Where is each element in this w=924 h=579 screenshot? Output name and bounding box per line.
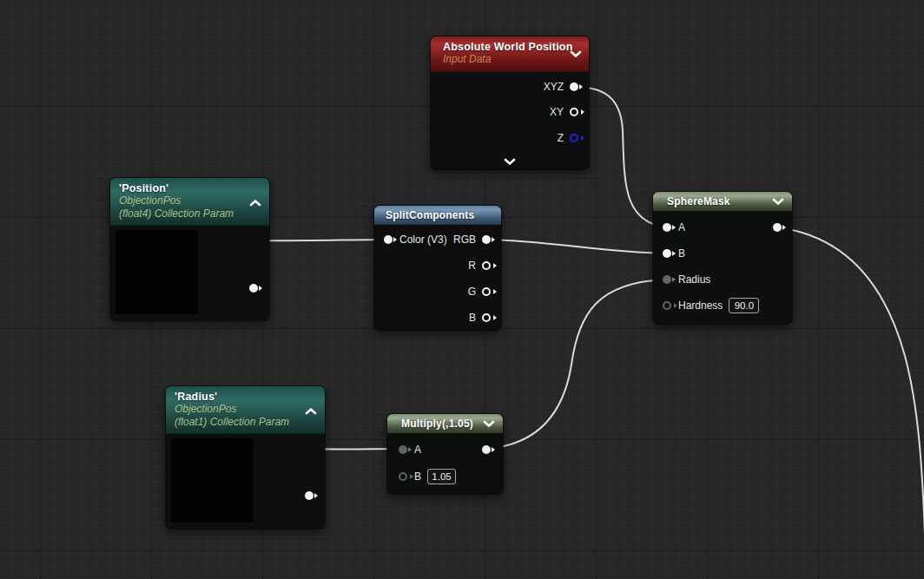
preview-thumbnail <box>171 438 254 523</box>
pin-xyz-output[interactable] <box>570 82 578 91</box>
pin-a-input[interactable] <box>663 223 671 232</box>
pin-label-b: B <box>469 312 476 324</box>
pin-hardness-input[interactable] <box>663 301 671 310</box>
node-absolute-world-position[interactable]: Absolute World Position Input Data XYZ X… <box>431 36 589 169</box>
pin-a-input[interactable] <box>399 445 407 454</box>
chevron-down-icon[interactable] <box>483 420 495 428</box>
pin-color-input[interactable] <box>384 235 393 244</box>
pin-label-rgb: RGB <box>453 234 476 246</box>
param-name: ObjectionPos <box>175 403 325 416</box>
pin-label-r: R <box>468 260 476 272</box>
param-desc: (float4) Collection Param <box>119 207 269 220</box>
node-subtitle: Input Data <box>443 53 589 66</box>
material-graph-canvas[interactable]: Absolute World Position Input Data XYZ X… <box>0 0 924 579</box>
pin-label-g: G <box>468 286 476 298</box>
node-title: 'Position' <box>119 182 269 194</box>
pin-radius-input[interactable] <box>663 275 671 284</box>
pin-label-b: B <box>414 470 421 483</box>
node-header[interactable]: Multiply(,1.05) <box>387 414 503 433</box>
pin-label-xyz: XYZ <box>544 81 564 93</box>
chevron-down-icon[interactable] <box>570 50 582 58</box>
node-header[interactable]: 'Position' ObjectionPos (float4) Collect… <box>110 178 269 226</box>
pin-label-radius: Radius <box>678 273 710 286</box>
node-header[interactable]: SphereMask <box>653 192 792 211</box>
wire-spheremask-out-offscreen[interactable] <box>777 227 924 534</box>
pin-b-input[interactable] <box>663 249 671 258</box>
chevron-up-icon[interactable] <box>249 199 261 207</box>
pin-label-b: B <box>678 247 685 260</box>
node-radius-param[interactable]: 'Radius' ObjectionPos (float1) Collectio… <box>166 386 325 529</box>
pin-result-output[interactable] <box>482 445 491 454</box>
pin-b-output[interactable] <box>482 313 491 322</box>
collapse-pins-chevron-icon[interactable] <box>504 158 516 166</box>
node-split-components[interactable]: SplitComponents Color (V3) RGB R G <box>374 206 501 330</box>
b-value-field[interactable] <box>427 469 456 484</box>
node-position-param[interactable]: 'Position' ObjectionPos (float4) Collect… <box>110 178 269 320</box>
pin-label-hardness: Hardness <box>678 299 723 312</box>
pin-g-output[interactable] <box>482 287 491 296</box>
pin-result-output[interactable] <box>773 223 782 232</box>
node-header[interactable]: 'Radius' ObjectionPos (float1) Collectio… <box>166 386 325 434</box>
pin-r-output[interactable] <box>482 261 491 270</box>
node-header[interactable]: Absolute World Position Input Data <box>431 36 589 72</box>
param-desc: (float1) Collection Param <box>175 416 325 429</box>
pin-xy-output[interactable] <box>570 108 578 116</box>
pin-radius-output[interactable] <box>305 491 314 500</box>
param-name: ObjectionPos <box>119 194 269 207</box>
pin-label-z: Z <box>558 132 564 144</box>
wire-multiply-to-spheremask-radius[interactable] <box>486 280 667 449</box>
node-title: Absolute World Position <box>443 41 589 53</box>
pin-label-color: Color (V3) <box>399 234 447 246</box>
node-title: SplitComponents <box>386 209 501 221</box>
pin-position-output[interactable] <box>249 284 258 293</box>
pin-label-a: A <box>678 221 685 234</box>
node-header[interactable]: SplitComponents <box>374 206 501 225</box>
pin-rgb-output[interactable] <box>482 235 491 244</box>
pin-b-input[interactable] <box>399 472 407 481</box>
node-title: 'Radius' <box>175 391 325 403</box>
pin-label-xy: XY <box>550 106 564 118</box>
hardness-value-field[interactable] <box>729 298 759 313</box>
wire-position-to-split[interactable] <box>254 240 388 240</box>
preview-thumbnail <box>116 230 198 314</box>
node-multiply[interactable]: Multiply(,1.05) A B <box>387 414 503 494</box>
node-sphere-mask[interactable]: SphereMask A B Radius Hardness <box>653 192 792 324</box>
chevron-down-icon[interactable] <box>772 198 784 206</box>
pin-z-output[interactable] <box>570 134 578 142</box>
chevron-up-icon[interactable] <box>305 407 317 415</box>
pin-label-a: A <box>414 444 421 456</box>
wire-rgb-to-spheremask-b[interactable] <box>486 240 667 253</box>
